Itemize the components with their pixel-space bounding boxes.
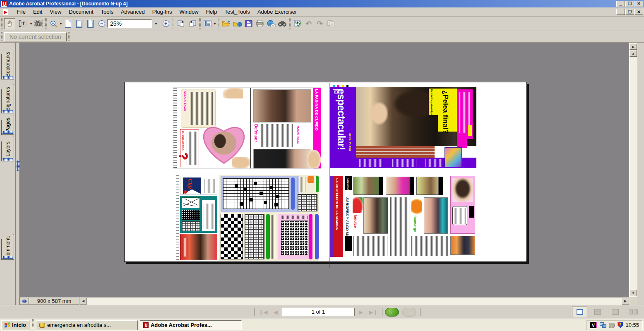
facing-icon xyxy=(629,309,633,314)
document-canvas[interactable]: TAZA A TAZA EL ENIGMÁTICO ? Defensor MAM… xyxy=(20,43,629,297)
bottom-right-photo xyxy=(450,236,475,255)
facing-layout-button[interactable] xyxy=(625,307,641,317)
redo-button[interactable]: ↷ xyxy=(314,18,325,29)
close-button[interactable]: ✕ xyxy=(634,1,643,7)
toolbar-grip[interactable] xyxy=(173,18,174,29)
copy-button[interactable] xyxy=(325,18,336,29)
line-chart-icon xyxy=(182,198,199,207)
save-button[interactable] xyxy=(243,18,254,29)
previous-view-nav-button[interactable]: ← xyxy=(385,308,399,317)
zoom-level-dropdown[interactable]: ▾ xyxy=(155,22,157,26)
toolbar-grip[interactable] xyxy=(68,32,70,41)
open-button[interactable] xyxy=(221,18,232,29)
vertical-scrollbar[interactable]: ▶ ▲ ▼ xyxy=(629,43,637,297)
split-view-button[interactable] xyxy=(20,297,29,305)
hand-tool-button[interactable] xyxy=(4,18,15,29)
tray-network-icon[interactable] xyxy=(600,322,607,328)
previous-page-button[interactable]: ◀ xyxy=(269,309,282,315)
minimize-button[interactable]: _ xyxy=(616,1,625,7)
zoom-out-button[interactable]: − xyxy=(96,18,107,29)
continuous-layout-button[interactable] xyxy=(590,307,605,317)
scroll-down-button[interactable]: ▼ xyxy=(630,290,637,296)
spellcheck-button[interactable]: ABC xyxy=(292,18,303,29)
search-button[interactable] xyxy=(276,18,288,29)
hscroll-track[interactable] xyxy=(87,297,622,305)
pane-splitter[interactable] xyxy=(16,43,20,306)
splitter-handle[interactable] xyxy=(17,161,19,171)
menu-plugins[interactable]: Plug-Ins xyxy=(149,8,176,16)
toolbar-grip[interactable] xyxy=(218,18,219,29)
zoom-tool-dropdown[interactable]: ▾ xyxy=(60,22,62,26)
actual-size-icon xyxy=(65,20,71,28)
select-tool-dropdown[interactable]: ▾ xyxy=(30,22,32,26)
continuous-facing-layout-button[interactable] xyxy=(608,307,623,317)
menu-view[interactable]: View xyxy=(46,8,65,16)
menu-help[interactable]: Help xyxy=(202,8,221,16)
single-page-layout-button[interactable] xyxy=(572,307,587,317)
task-label: Adobe Acrobat Profes... xyxy=(151,322,212,328)
toolbar-grip[interactable] xyxy=(199,18,201,29)
print-button[interactable] xyxy=(254,18,265,29)
first-page-button[interactable]: ❙◀ xyxy=(257,309,269,315)
sidebar-tab-bookmarks[interactable]: Bookmarks xyxy=(1,49,14,79)
tray-speaker-icon[interactable] xyxy=(609,323,615,328)
doc-close-button[interactable]: ✕ xyxy=(634,9,643,15)
snapshot-tool-button[interactable] xyxy=(33,18,44,29)
zoom-level-box[interactable]: 25% xyxy=(107,19,152,28)
toolbar-grip[interactable] xyxy=(289,18,291,29)
zoom-in-button[interactable]: + xyxy=(160,18,171,29)
sidebar-tab-signatures[interactable]: Signatures xyxy=(1,84,14,113)
toolbar-grip[interactable] xyxy=(45,18,47,29)
toolbar-grip[interactable] xyxy=(1,18,3,29)
restore-button[interactable]: ❐ xyxy=(625,1,634,7)
actual-size-button[interactable] xyxy=(62,18,74,29)
mama-feliz-label: MAMÁ FELIZ xyxy=(297,126,300,144)
menu-tools[interactable]: Tools xyxy=(97,8,117,16)
next-view-button[interactable] xyxy=(187,18,198,29)
page-ref-tag xyxy=(468,125,472,136)
thumb-photo-1 xyxy=(353,177,379,195)
horizontal-scrollbar[interactable]: 900 x 587 mm ◀ ▶ xyxy=(20,297,629,305)
task-emergencia[interactable]: emergencia en afrodita s... xyxy=(36,320,138,330)
start-button[interactable]: Inicio xyxy=(1,320,29,330)
undo-button[interactable]: ↶ xyxy=(303,18,314,29)
page-number-field[interactable]: 1 of 1 xyxy=(282,308,355,316)
menu-document[interactable]: Document xyxy=(65,8,97,16)
svg-text:ABC: ABC xyxy=(295,21,300,24)
fit-page-button[interactable] xyxy=(74,18,85,29)
sidebar-tab-layers[interactable]: Layers xyxy=(1,137,14,161)
tray-shield-icon[interactable] xyxy=(618,322,623,328)
doc-minimize-button[interactable]: _ xyxy=(616,9,625,15)
scroll-left-button[interactable]: ◀ xyxy=(79,297,87,305)
scroll-right-button[interactable]: ▶ xyxy=(622,297,629,305)
menu-adobe-exerciser[interactable]: Adobe Exerciser xyxy=(254,8,300,16)
task-list-button[interactable] xyxy=(202,18,213,29)
menu-window[interactable]: Window xyxy=(175,8,202,16)
next-view-nav-button[interactable]: → xyxy=(402,308,416,317)
tray-clock[interactable]: 10:55 xyxy=(625,322,639,328)
select-text-tool-button[interactable]: T xyxy=(15,18,29,29)
previous-view-button[interactable] xyxy=(175,18,187,29)
last-page-button[interactable]: ▶❙ xyxy=(367,309,380,315)
doc-restore-button[interactable]: ❐ xyxy=(625,9,634,15)
menu-test-tools[interactable]: Test_Tools xyxy=(221,8,253,16)
scroll-up-button[interactable]: ▲ xyxy=(630,50,637,57)
purple-strip xyxy=(330,176,334,257)
tray-v-icon[interactable]: V xyxy=(590,322,597,328)
rules-box xyxy=(202,200,216,231)
menu-edit[interactable]: Edit xyxy=(29,8,46,16)
menu-file[interactable]: File xyxy=(13,8,29,16)
toolbar-grip[interactable] xyxy=(1,32,3,41)
email-button[interactable] xyxy=(265,18,276,29)
fit-width-button[interactable] xyxy=(85,18,96,29)
zoom-in-tool-button[interactable] xyxy=(48,18,59,29)
sidebar-tab-comments[interactable]: Comments xyxy=(1,234,14,260)
task-list-dropdown[interactable]: ▾ xyxy=(214,22,216,26)
pane-toggle-button[interactable]: ▶ xyxy=(630,44,637,50)
sidebar-tab-pages[interactable]: Pages xyxy=(1,115,14,135)
task-acrobat[interactable]: Adobe Acrobat Profes... xyxy=(140,320,242,330)
menu-advanced[interactable]: Advanced xyxy=(117,8,149,16)
teal-panel xyxy=(180,196,217,233)
next-page-button[interactable]: ▶ xyxy=(355,309,367,315)
open-web-page-button[interactable] xyxy=(232,18,243,29)
